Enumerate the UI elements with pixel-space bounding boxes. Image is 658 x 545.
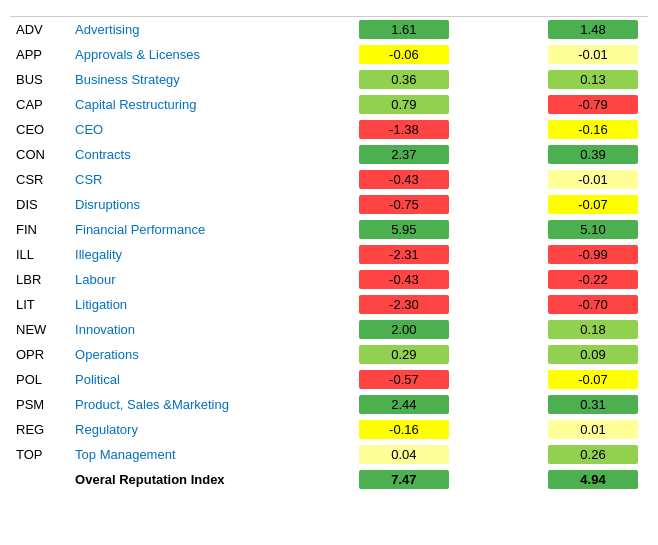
row-driver: Innovation bbox=[69, 317, 305, 342]
row-driver: Approvals & Licenses bbox=[69, 42, 305, 67]
row-code: ADV bbox=[10, 17, 69, 43]
row-fin-value: -0.07 bbox=[459, 367, 648, 392]
row-code: REG bbox=[10, 417, 69, 442]
row-tech-value: -0.43 bbox=[305, 267, 459, 292]
row-code: CON bbox=[10, 142, 69, 167]
row-fin-value: 0.39 bbox=[459, 142, 648, 167]
row-driver: Contracts bbox=[69, 142, 305, 167]
row-code: ILL bbox=[10, 242, 69, 267]
row-code: TOP bbox=[10, 442, 69, 467]
row-driver: Top Management bbox=[69, 442, 305, 467]
row-tech-value: 0.29 bbox=[305, 342, 459, 367]
row-tech-value: 2.44 bbox=[305, 392, 459, 417]
row-code: CEO bbox=[10, 117, 69, 142]
row-fin-value: 1.48 bbox=[459, 17, 648, 43]
row-fin-value: 0.01 bbox=[459, 417, 648, 442]
row-tech-value: -2.30 bbox=[305, 292, 459, 317]
row-tech-value: 0.79 bbox=[305, 92, 459, 117]
row-tech-value: 2.00 bbox=[305, 317, 459, 342]
row-driver: Disruptions bbox=[69, 192, 305, 217]
row-fin-value: 0.31 bbox=[459, 392, 648, 417]
row-driver: Labour bbox=[69, 267, 305, 292]
row-tech-value: -0.57 bbox=[305, 367, 459, 392]
row-fin-value: 0.18 bbox=[459, 317, 648, 342]
row-tech-value: 2.37 bbox=[305, 142, 459, 167]
main-table: ADVAdvertising1.611.48APPApprovals & Lic… bbox=[10, 10, 648, 492]
row-tech-value: -0.43 bbox=[305, 167, 459, 192]
row-tech-value: 0.04 bbox=[305, 442, 459, 467]
row-code: LBR bbox=[10, 267, 69, 292]
row-code: APP bbox=[10, 42, 69, 67]
row-tech-value: 5.95 bbox=[305, 217, 459, 242]
row-driver: CEO bbox=[69, 117, 305, 142]
row-fin-value: 5.10 bbox=[459, 217, 648, 242]
row-tech-value: -0.16 bbox=[305, 417, 459, 442]
row-fin-value: 0.13 bbox=[459, 67, 648, 92]
row-driver: Illegality bbox=[69, 242, 305, 267]
row-fin-value: 4.94 bbox=[459, 467, 648, 492]
row-tech-value: 0.36 bbox=[305, 67, 459, 92]
row-code: CSR bbox=[10, 167, 69, 192]
row-fin-value: -0.01 bbox=[459, 42, 648, 67]
row-driver: Operations bbox=[69, 342, 305, 367]
row-driver: Financial Performance bbox=[69, 217, 305, 242]
row-fin-value: -0.07 bbox=[459, 192, 648, 217]
row-driver: Advertising bbox=[69, 17, 305, 43]
row-tech-value: -2.31 bbox=[305, 242, 459, 267]
row-fin-value: -0.16 bbox=[459, 117, 648, 142]
row-code: CAP bbox=[10, 92, 69, 117]
row-code: BUS bbox=[10, 67, 69, 92]
row-tech-value: -1.38 bbox=[305, 117, 459, 142]
row-fin-value: -0.70 bbox=[459, 292, 648, 317]
row-code: PSM bbox=[10, 392, 69, 417]
row-code: LIT bbox=[10, 292, 69, 317]
row-code bbox=[10, 467, 69, 492]
row-driver: Political bbox=[69, 367, 305, 392]
row-code: POL bbox=[10, 367, 69, 392]
row-driver: Overal Reputation Index bbox=[69, 467, 305, 492]
row-driver: Business Strategy bbox=[69, 67, 305, 92]
row-tech-value: -0.75 bbox=[305, 192, 459, 217]
row-driver: Product, Sales &Marketing bbox=[69, 392, 305, 417]
row-fin-value: -0.01 bbox=[459, 167, 648, 192]
row-code: NEW bbox=[10, 317, 69, 342]
row-fin-value: 0.26 bbox=[459, 442, 648, 467]
row-fin-value: -0.79 bbox=[459, 92, 648, 117]
row-code: OPR bbox=[10, 342, 69, 367]
row-driver: Capital Restructuring bbox=[69, 92, 305, 117]
row-driver: Litigation bbox=[69, 292, 305, 317]
row-driver: Regulatory bbox=[69, 417, 305, 442]
row-code: DIS bbox=[10, 192, 69, 217]
row-fin-value: -0.22 bbox=[459, 267, 648, 292]
row-tech-value: 1.61 bbox=[305, 17, 459, 43]
row-fin-value: 0.09 bbox=[459, 342, 648, 367]
row-tech-value: 7.47 bbox=[305, 467, 459, 492]
row-code: FIN bbox=[10, 217, 69, 242]
row-fin-value: -0.99 bbox=[459, 242, 648, 267]
row-driver: CSR bbox=[69, 167, 305, 192]
row-tech-value: -0.06 bbox=[305, 42, 459, 67]
